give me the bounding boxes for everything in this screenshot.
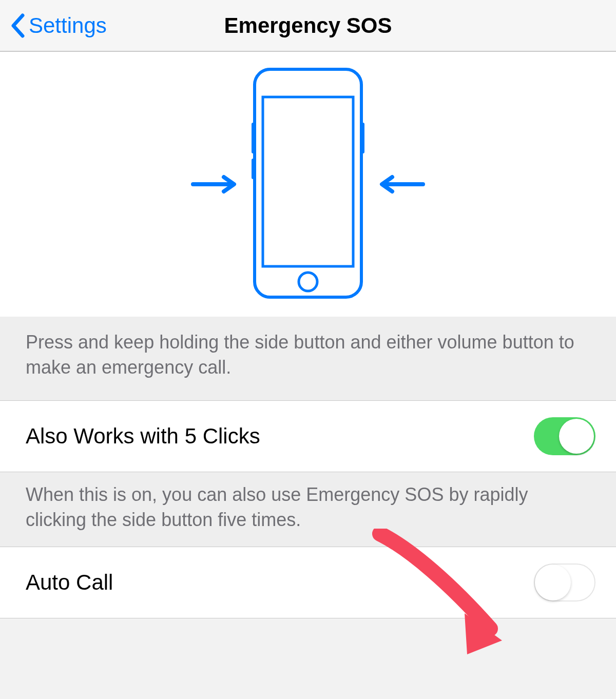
page-title: Emergency SOS [224,13,392,38]
setting-label: Auto Call [26,570,113,595]
phone-button-diagram [191,66,425,302]
back-button[interactable]: Settings [10,13,107,38]
toggle-knob [559,419,594,454]
setting-row-auto-call: Auto Call [0,547,616,618]
svg-point-3 [299,273,317,291]
svg-rect-4 [252,123,256,153]
back-label: Settings [29,13,107,38]
arrow-right-icon [191,174,240,195]
five-clicks-toggle[interactable] [534,417,595,455]
svg-rect-5 [252,159,256,179]
navbar: Settings Emergency SOS [0,0,616,51]
five-clicks-footer-text: When this is on, you can also use Emerge… [0,472,616,547]
svg-rect-2 [263,97,353,266]
diagram-footer-text: Press and keep holding the side button a… [0,317,616,400]
arrow-left-icon [376,174,425,195]
toggle-knob [535,565,571,600]
chevron-left-icon [10,13,25,38]
setting-label: Also Works with 5 Clicks [26,424,260,449]
phone-diagram-section [0,51,616,317]
setting-row-five-clicks: Also Works with 5 Clicks [0,400,616,472]
svg-rect-6 [360,123,364,153]
svg-rect-1 [255,69,361,297]
auto-call-toggle[interactable] [534,564,595,601]
phone-outline-icon [252,66,364,302]
